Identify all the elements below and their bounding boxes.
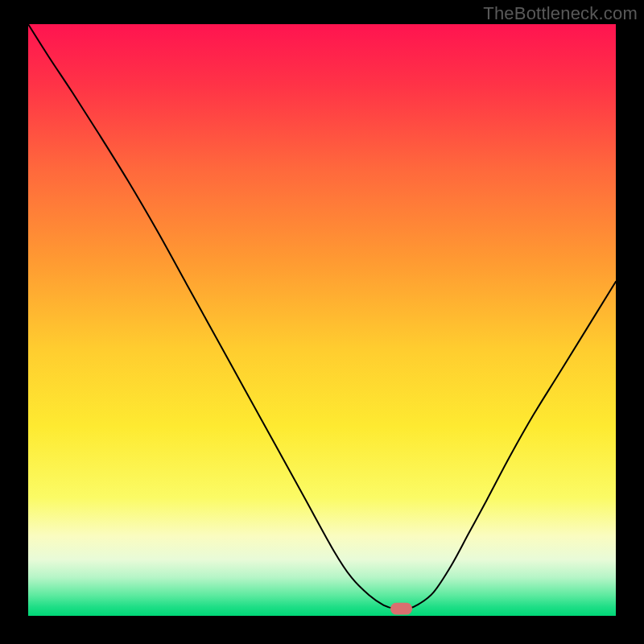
chart-frame: TheBottleneck.com [0,0,644,644]
watermark-text: TheBottleneck.com [483,3,638,24]
bottleneck-chart [0,0,644,644]
gradient-background [28,24,616,616]
optimal-marker [390,603,412,615]
